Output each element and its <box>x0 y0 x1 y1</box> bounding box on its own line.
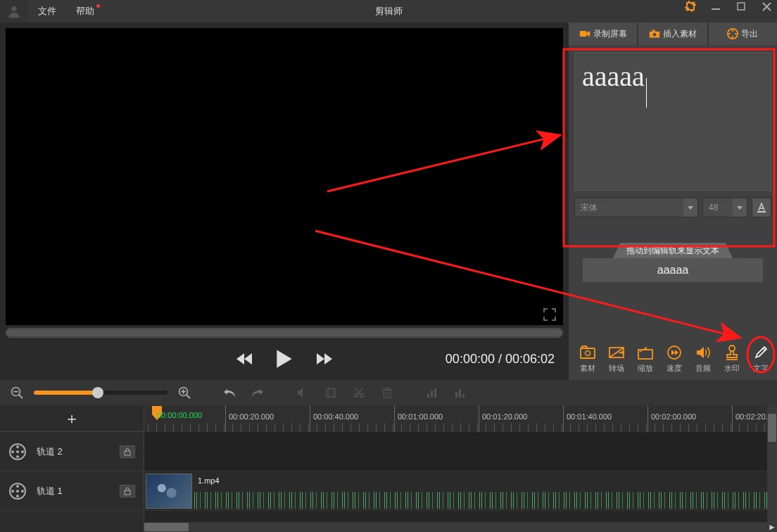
preview-scrollbar[interactable] <box>6 328 563 338</box>
minimize-button[interactable] <box>709 0 722 13</box>
film-reel-icon <box>727 28 738 39</box>
svg-rect-2 <box>738 3 745 10</box>
tool-audio-label: 音频 <box>695 363 711 374</box>
prev-frame-button[interactable] <box>234 348 256 370</box>
svg-rect-34 <box>386 388 388 390</box>
svg-line-26 <box>187 395 190 398</box>
folder-icon <box>579 344 596 361</box>
undo-button[interactable] <box>222 386 236 400</box>
track-row-2[interactable] <box>144 432 777 471</box>
font-family-value: 宋体 <box>581 202 598 214</box>
transition-icon <box>608 344 625 361</box>
stamp-icon <box>724 344 740 361</box>
maximize-button[interactable] <box>735 0 747 13</box>
scroll-right-icon[interactable]: ► <box>767 522 777 532</box>
svg-point-0 <box>11 6 16 11</box>
track-2-name: 轨道 2 <box>37 445 110 458</box>
tab-insert-material[interactable]: 插入素材 <box>638 23 707 45</box>
svg-point-51 <box>16 485 19 488</box>
svg-point-31 <box>360 394 364 398</box>
tab-record-label: 录制屏幕 <box>593 28 627 40</box>
tab-export[interactable]: 导出 <box>709 23 777 45</box>
track-2-lock[interactable] <box>120 445 135 458</box>
restore-down-icon[interactable] <box>684 0 697 13</box>
crop-button[interactable] <box>324 386 338 400</box>
svg-point-30 <box>355 394 358 398</box>
cut-button[interactable] <box>352 386 366 400</box>
svg-rect-41 <box>459 389 461 398</box>
track-header-2[interactable]: 轨道 2 <box>0 432 144 471</box>
tool-scale[interactable]: 缩放 <box>632 342 659 376</box>
video-preview[interactable] <box>6 28 563 325</box>
tool-watermark[interactable]: 水印 <box>719 342 745 376</box>
text-color-button[interactable] <box>752 198 771 217</box>
svg-line-23 <box>19 395 23 398</box>
svg-point-13 <box>729 33 731 35</box>
svg-rect-49 <box>125 451 130 455</box>
font-family-select[interactable]: 宋体 <box>574 198 698 217</box>
tab-export-label: 导出 <box>741 28 758 40</box>
text-drag-handle[interactable]: aaaaa <box>583 258 763 282</box>
svg-rect-56 <box>125 490 130 495</box>
delete-button[interactable] <box>380 386 394 400</box>
svg-point-55 <box>16 490 19 493</box>
redo-button[interactable] <box>251 386 265 400</box>
app-title: 剪辑师 <box>375 0 403 23</box>
tool-audio[interactable]: 音频 <box>690 342 716 376</box>
speaker-icon <box>695 344 712 361</box>
user-icon <box>6 4 22 19</box>
fullscreen-icon[interactable] <box>543 308 556 321</box>
tool-material[interactable]: 素材 <box>574 342 601 376</box>
timeline-ruler[interactable]: 00:00:00.000 00:00:20.00000:00:40.00000:… <box>144 405 777 432</box>
tool-transition[interactable]: 转场 <box>603 342 630 376</box>
svg-point-16 <box>586 351 590 356</box>
svg-point-45 <box>21 450 24 453</box>
track-header-1[interactable]: 轨道 1 <box>0 471 144 511</box>
zoom-out-button[interactable] <box>10 386 24 400</box>
playhead-time: 00:00:00.000 <box>157 411 202 419</box>
next-frame-button[interactable] <box>312 348 335 370</box>
svg-rect-38 <box>431 391 433 398</box>
add-track-button[interactable]: ＋ <box>0 405 144 432</box>
tool-speed[interactable]: 速度 <box>661 342 688 376</box>
clip-thumbnail <box>146 474 192 509</box>
track-1-name: 轨道 1 <box>37 485 110 498</box>
svg-point-12 <box>732 36 734 38</box>
svg-point-54 <box>11 490 14 493</box>
svg-rect-37 <box>427 393 429 398</box>
svg-point-53 <box>16 495 19 498</box>
tool-text[interactable]: 文字 <box>747 342 774 376</box>
mute-button[interactable] <box>296 386 310 400</box>
levels1-button[interactable] <box>425 386 439 400</box>
tab-record-screen[interactable]: 录制屏幕 <box>569 23 637 45</box>
text-content: aaaaa <box>582 61 645 92</box>
svg-rect-42 <box>462 394 465 398</box>
film-reel-icon <box>8 482 27 500</box>
avatar[interactable] <box>0 0 28 23</box>
scale-icon <box>637 344 654 361</box>
svg-rect-14 <box>757 211 766 213</box>
chevron-down-icon <box>733 198 747 217</box>
font-size-select[interactable]: 48 <box>702 198 747 217</box>
play-button[interactable] <box>270 345 298 373</box>
drag-preview-text: aaaaa <box>657 264 689 277</box>
svg-point-52 <box>21 490 24 493</box>
drag-hint-tab: 拖动到编辑轨来显示文本 <box>613 243 733 258</box>
close-button[interactable] <box>760 0 773 13</box>
clip-1[interactable]: 1.mp4 <box>146 474 777 509</box>
text-input-area[interactable]: aaaaa <box>575 53 771 190</box>
zoom-in-button[interactable] <box>177 386 191 400</box>
svg-point-7 <box>653 33 657 37</box>
timeline-hscroll[interactable]: ◄ ► <box>144 522 777 532</box>
timeline-vscroll[interactable] <box>767 405 777 522</box>
svg-point-20 <box>729 346 735 351</box>
menu-help[interactable]: 帮助 <box>66 0 104 23</box>
levels2-button[interactable] <box>453 386 467 400</box>
track-row-1[interactable]: 1.mp4 <box>144 471 777 511</box>
speed-icon <box>666 344 683 361</box>
menu-file[interactable]: 文件 <box>28 0 66 23</box>
zoom-slider[interactable] <box>34 391 168 395</box>
svg-point-48 <box>16 450 19 453</box>
film-reel-icon <box>8 443 27 461</box>
track-1-lock[interactable] <box>120 485 135 498</box>
